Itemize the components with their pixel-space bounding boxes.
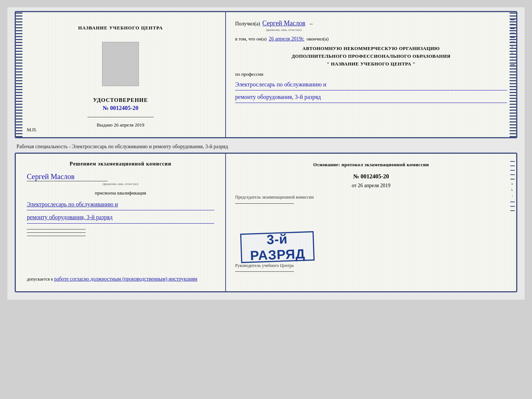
- vydano-label: Выдано: [97, 122, 112, 128]
- fio-label: (фамилия, имя, отчество): [262, 28, 305, 32]
- cert2-right-panel: Основание: протокол экзаменационной коми…: [226, 154, 516, 291]
- udost-number: № 0012405-20: [103, 105, 138, 111]
- vtom-label: в том, что он(а): [235, 36, 267, 42]
- osnovanie-text: Основание: протокол экзаменационной коми…: [235, 161, 507, 169]
- protocol-number: № 0012405-20: [235, 173, 507, 180]
- po-professii-label: по профессии: [235, 71, 507, 77]
- profession-container: Электрослесарь по обслуживанию и ремонту…: [235, 79, 507, 103]
- rukovoditel-text: Руководитель учебного Центра: [235, 263, 507, 269]
- page-background: НАЗВАНИЕ УЧЕБНОГО ЦЕНТРА УДОСТОВЕРЕНИЕ №…: [7, 7, 525, 300]
- dopuskaetsya-label: допускается к: [27, 277, 53, 282]
- vtom-row: в том, что он(а) 26 апреля 2019г. окончи…: [235, 36, 507, 42]
- org-line1: АВТОНОМНУЮ НЕКОММЕРЧЕСКУЮ ОРГАНИЗАЦИЮ: [235, 45, 507, 53]
- signature-line-1: [87, 117, 154, 117]
- udost-title: УДОСТОВЕРЕНИЕ: [93, 97, 148, 103]
- protocol-number-value: 0012405-20: [360, 173, 389, 179]
- profession-line2: ремонту оборудования, 3-й разряд: [235, 92, 507, 103]
- kvalif-container: Электрослесарь по обслуживанию и ремонту…: [27, 199, 214, 224]
- ot-label: от: [352, 183, 356, 188]
- cert-left-panel: НАЗВАНИЕ УЧЕБНОГО ЦЕНТРА УДОСТОВЕРЕНИЕ №…: [16, 12, 226, 137]
- fio-label-2: (фамилия, имя, отчество): [27, 182, 214, 186]
- name-container: Сергей Маслов (фамилия, имя, отчество): [27, 172, 214, 186]
- dopuskaetsya-row: допускается к работе согласно должностны…: [27, 276, 218, 282]
- org-text: АВТОНОМНУЮ НЕКОММЕРЧЕСКУЮ ОРГАНИЗАЦИЮ ДО…: [235, 45, 507, 68]
- name-underline: [27, 181, 108, 181]
- cert-right-panel: Получил(а) Сергей Маслов (фамилия, имя, …: [226, 12, 516, 137]
- ot-date-row: от 26 апреля 2019: [235, 183, 507, 189]
- vtom-date: 26 апреля 2019г.: [269, 36, 305, 42]
- photo-placeholder: [102, 42, 139, 86]
- poluchil-name-container: Сергей Маслов (фамилия, имя, отчество): [262, 19, 305, 32]
- separator-text: Рабочая специальность - Электрослесарь п…: [15, 144, 517, 150]
- right-binding-decoration: [510, 12, 516, 137]
- kvalif-line1: Электрослесарь по обслуживанию и: [27, 201, 118, 207]
- profession-line1: Электрослесарь по обслуживанию и: [235, 79, 507, 90]
- person-name: Сергей Маслов: [27, 172, 214, 181]
- okonchil-label: окончил(а): [306, 36, 328, 42]
- stamp: 3-й РАЗРЯД: [240, 231, 315, 263]
- mp-label: М.П.: [27, 127, 37, 133]
- poluchil-name: Сергей Маслов: [262, 19, 305, 27]
- certificate-card-1: НАЗВАНИЕ УЧЕБНОГО ЦЕНТРА УДОСТОВЕРЕНИЕ №…: [15, 11, 517, 138]
- cert-number: 0012405-20: [110, 105, 138, 111]
- poluchil-row: Получил(а) Сергей Маслов (фамилия, имя, …: [235, 19, 507, 32]
- certificate-card-2: Решением экзаменационной комиссии Сергей…: [15, 153, 517, 292]
- number-label-2: №: [353, 173, 359, 179]
- dopuskaetsya-text: работе согласно должностным (производств…: [54, 276, 197, 282]
- predsedatel-sign-line: [235, 203, 294, 204]
- number-label: №: [103, 105, 108, 111]
- prisvoena-text: присвоена квалификация: [27, 190, 214, 196]
- training-center-label: НАЗВАНИЕ УЧЕБНОГО ЦЕНТРА: [78, 25, 163, 31]
- kvalif-line2: ремонту оборудования, 3-й разряд: [27, 214, 112, 220]
- predsedatel-text: Председатель экзаменационной комиссии: [235, 194, 507, 200]
- cert2-left-panel: Решением экзаменационной комиссии Сергей…: [16, 154, 226, 291]
- resheniem-title: Решением экзаменационной комиссии: [27, 161, 214, 167]
- signature-lines-left: [27, 229, 214, 236]
- right-side-dashes-2: и ,а ←: [510, 161, 515, 211]
- vydano-row: Выдано 26 апреля 2019: [97, 122, 144, 128]
- vydano-date: 26 апреля 2019: [114, 122, 144, 128]
- poluchil-label: Получил(а): [235, 21, 260, 27]
- left-binding-decoration: [16, 12, 22, 137]
- org-line2: ДОПОЛНИТЕЛЬНОГО ПРОФЕССИОНАЛЬНОГО ОБРАЗО…: [235, 53, 507, 60]
- ot-date-value: 26 апреля 2019: [358, 183, 391, 188]
- org-line3: " НАЗВАНИЕ УЧЕБНОГО ЦЕНТРА ": [235, 60, 507, 68]
- rukovoditel-sign-line: [235, 271, 294, 272]
- stamp-text: 3-й РАЗРЯД: [245, 231, 310, 264]
